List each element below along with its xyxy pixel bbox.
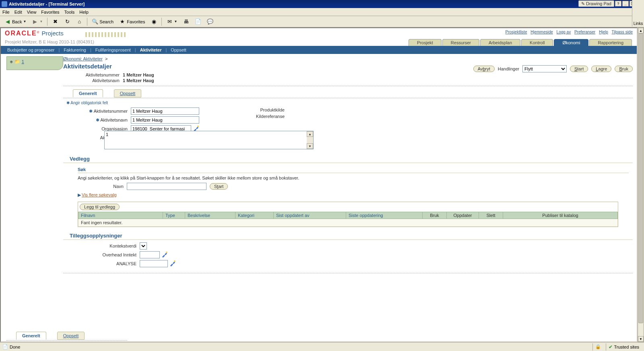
- action-row: Avbryt Handlinger Flytt Start Lagre Bruk: [473, 65, 633, 72]
- menu-tools[interactable]: Tools: [64, 10, 75, 14]
- analyse-input[interactable]: [140, 260, 168, 267]
- aktivitetsnummer-label: Aktivitetsnummer: [94, 109, 128, 114]
- analyse-label: ANALYSE: [87, 261, 140, 266]
- col-sist-dato[interactable]: Siste oppdatering: [349, 213, 383, 218]
- kontekst-select[interactable]: [140, 242, 147, 250]
- status-text: Done: [10, 345, 20, 349]
- avbryt-button[interactable]: Avbryt: [473, 66, 495, 72]
- col-bruk: Bruk: [423, 212, 447, 219]
- tab-ressurser[interactable]: Ressurser: [442, 39, 479, 46]
- col-type[interactable]: Type: [165, 213, 175, 218]
- menu-file[interactable]: File: [2, 10, 10, 14]
- handlinger-select[interactable]: Flytt: [522, 65, 567, 72]
- links-panel-tab[interactable]: Links: [632, 0, 644, 27]
- subtab-generelt[interactable]: Generelt: [73, 89, 103, 97]
- subnav-oppsett[interactable]: Oppsett: [171, 47, 186, 52]
- col-filnavn[interactable]: Filnavn: [81, 213, 95, 218]
- expand-icon[interactable]: ▶: [78, 192, 81, 197]
- separator: [161, 18, 162, 26]
- links-label: Links: [634, 21, 643, 26]
- link-preferanser[interactable]: Preferanser: [574, 30, 595, 34]
- breadcrumb-link[interactable]: Økonomi: Aktiviteter: [63, 56, 103, 61]
- menu-edit[interactable]: Edit: [14, 10, 22, 14]
- tab-prosjekt[interactable]: Prosjekt: [409, 39, 442, 46]
- col-sist-av[interactable]: Sist oppdatert av: [276, 213, 310, 218]
- col-beskrivelse[interactable]: Beskrivelse: [188, 213, 210, 218]
- scroll-up-icon[interactable]: ▲: [638, 28, 644, 33]
- breadcrumb-arrow: >: [105, 56, 107, 61]
- minimize-button[interactable]: _: [622, 1, 629, 6]
- subtab-generelt-label: Generelt: [79, 91, 97, 96]
- link-tilpass[interactable]: Tilpass side: [612, 30, 633, 34]
- chevron-down-icon: ▼: [39, 20, 43, 23]
- tab-kontroll[interactable]: Kontroll: [521, 39, 553, 46]
- menu-favorites[interactable]: Favorites: [41, 10, 59, 14]
- sub-nav: Budsjetter og prognoser | Fakturering | …: [7, 47, 186, 52]
- flashlight-icon[interactable]: [161, 251, 168, 258]
- link-prosjektliste[interactable]: Prosjektliste: [506, 30, 527, 34]
- bottom-subtab-generelt[interactable]: Generelt: [16, 332, 46, 340]
- subnav-budsjetter[interactable]: Budsjetter og prognoser: [7, 47, 54, 52]
- subnav-fullforing[interactable]: Fullføringsprosent: [95, 47, 131, 52]
- refresh-button[interactable]: ↻: [62, 17, 72, 26]
- flashlight-icon[interactable]: [169, 260, 176, 267]
- media-button[interactable]: ◉: [149, 17, 159, 26]
- discuss-icon: 💬: [207, 19, 213, 25]
- col-slett: Slett: [479, 212, 503, 219]
- scroll-down-icon[interactable]: ▼: [638, 336, 644, 342]
- subnav-aktiviteter[interactable]: Aktiviteter: [140, 47, 162, 52]
- vertical-scrollbar[interactable]: ▲ ▼: [638, 27, 644, 342]
- overhead-input[interactable]: [140, 251, 160, 258]
- bruk-button[interactable]: Bruk: [615, 66, 633, 72]
- svg-point-0: [197, 126, 199, 127]
- ie-page-icon: 📄: [2, 344, 8, 349]
- search-button[interactable]: 🔍 Search: [90, 17, 116, 26]
- separator: [87, 18, 87, 26]
- home-button[interactable]: ⌂: [74, 17, 85, 26]
- subnav-fakturering[interactable]: Fakturering: [64, 47, 86, 52]
- legg-til-vedlegg-button[interactable]: Legg til vedlegg: [80, 204, 120, 210]
- overhead-label: Overhead Inntekt: [87, 252, 140, 257]
- vis-flere-link[interactable]: Vis flere søkevalg: [82, 192, 117, 197]
- beskrivelse-textarea[interactable]: 1: [105, 131, 307, 149]
- scrollbar-thumb[interactable]: [638, 33, 643, 323]
- link-loggav[interactable]: Logg av: [557, 30, 571, 34]
- back-button[interactable]: ◀ Back ▼: [2, 17, 28, 26]
- refresh-icon: ↻: [64, 19, 70, 25]
- stop-button[interactable]: ✖: [50, 17, 60, 26]
- textarea-scrollbar[interactable]: ▲ ▼: [307, 131, 313, 149]
- aktivitetsnummer-input[interactable]: [131, 107, 199, 115]
- menubar: File Edit View Favorites Tools Help ⊞: [0, 8, 644, 16]
- scroll-down-icon[interactable]: ▼: [307, 143, 313, 149]
- col-kategori[interactable]: Kategori: [238, 213, 254, 218]
- navn-input[interactable]: [127, 183, 206, 190]
- subtab-oppsett[interactable]: Oppsett: [114, 89, 142, 97]
- tab-rapportering[interactable]: Rapportering: [589, 39, 632, 46]
- tree-item-1[interactable]: 1: [22, 59, 24, 64]
- forward-button[interactable]: ▶ ▼: [30, 17, 45, 26]
- tab-okonomi[interactable]: Økonomi: [554, 39, 588, 46]
- scroll-up-icon[interactable]: ▲: [307, 131, 313, 137]
- menu-view[interactable]: View: [27, 10, 37, 14]
- help-button[interactable]: ?: [615, 1, 621, 6]
- print-button[interactable]: 🖶: [181, 17, 191, 26]
- tab-arbeidsplan[interactable]: Arbeidsplan: [480, 39, 520, 46]
- edit-button[interactable]: 📄: [193, 17, 203, 26]
- menu-help[interactable]: Help: [79, 10, 89, 14]
- pen-icon: ✎: [581, 1, 585, 6]
- mail-button[interactable]: ✉▼: [164, 17, 179, 26]
- favorites-button[interactable]: ★ Favorites: [117, 17, 147, 26]
- edit-icon: 📄: [195, 19, 201, 25]
- start-button[interactable]: Start: [570, 66, 588, 72]
- aktivitetsnavn-input[interactable]: [131, 116, 199, 124]
- lagre-label: Lagre: [596, 66, 607, 71]
- bottom-subtab-oppsett[interactable]: Oppsett: [57, 332, 85, 340]
- discuss-button[interactable]: 💬: [205, 17, 215, 26]
- link-hjelp[interactable]: Hjelp: [599, 30, 608, 34]
- tree-expand-icon[interactable]: ⊕: [10, 59, 13, 64]
- sok-start-button[interactable]: Start: [210, 183, 228, 190]
- forward-arrow-icon: ▶: [32, 19, 38, 25]
- link-hjemmeside[interactable]: Hjemmeside: [530, 30, 553, 34]
- lagre-button[interactable]: Lagre: [591, 66, 611, 72]
- drawing-pad-button[interactable]: ✎ Drawing Pad: [578, 0, 614, 7]
